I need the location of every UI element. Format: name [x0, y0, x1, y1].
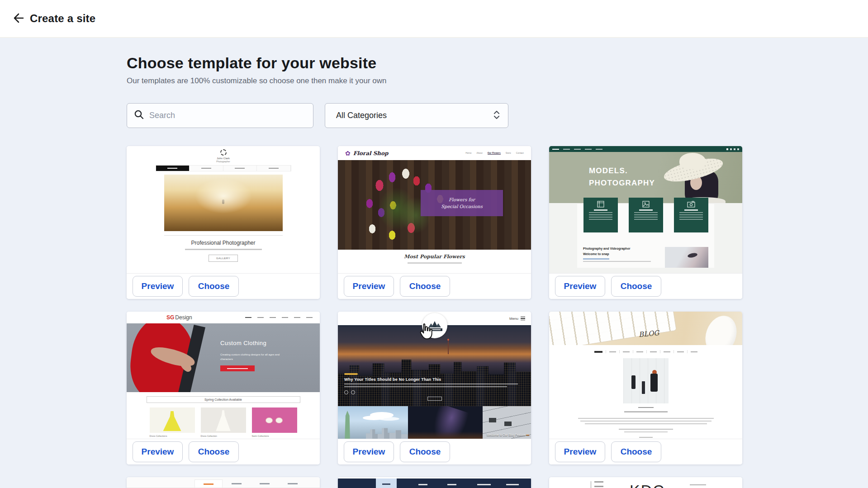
- mini-kicker-bar: [344, 373, 358, 375]
- app-header: Create a site: [0, 0, 868, 38]
- preview-button[interactable]: Preview: [555, 276, 605, 297]
- mini-thumb-caption: Welcome to Our Blog Feature •••: [486, 433, 529, 436]
- card-footer: Preview Choose: [338, 439, 531, 464]
- mini-feature-cards: [549, 198, 742, 232]
- card-footer: Preview Choose: [127, 273, 320, 299]
- search-icon: [134, 109, 144, 122]
- template-card-photographer: John Clark Photographer Professional Pho…: [127, 146, 320, 299]
- search-box[interactable]: [127, 103, 313, 128]
- mini-social-icons: [726, 148, 739, 150]
- template-thumbnail-kdc: KDC: [549, 477, 742, 488]
- makeup-face-photo: [665, 247, 708, 268]
- white-dress-photo: [201, 407, 246, 433]
- back-button[interactable]: [7, 8, 28, 29]
- mini-promo-bar: Spring Collection Available: [147, 396, 300, 403]
- mini-gallery-button: GALLERY: [209, 255, 238, 262]
- choose-button[interactable]: Choose: [400, 276, 450, 297]
- feature-card-video: [583, 198, 618, 232]
- category-dropdown[interactable]: All Categories: [325, 103, 508, 128]
- mini-heading: Professional Photographer: [127, 240, 320, 246]
- yellow-dress-photo: [150, 407, 195, 433]
- choose-button[interactable]: Choose: [611, 441, 661, 462]
- placeholder-text-bar: [185, 249, 262, 250]
- mini-section-title: Most Popular Flowers: [338, 254, 531, 260]
- choose-button[interactable]: Choose: [189, 441, 239, 462]
- mini-hero-title: Why Your Titles Should be No Longer Than…: [344, 377, 518, 382]
- flower-logo-icon: ✿: [345, 150, 351, 156]
- main-heading: Choose template for your website: [127, 54, 387, 72]
- mini-navbar: [338, 479, 531, 488]
- template-card-sg-design: SGDesign Custom Clothing Creating custom…: [127, 312, 320, 464]
- template-thumbnail-models: MODELS. PHOTOGRAPHY: [549, 146, 742, 273]
- template-card-floral-shop: ✿ Floral Shop Home About Our Flowers Sto…: [338, 146, 531, 299]
- template-card-navy-portfolio: [338, 477, 531, 488]
- mini-menu: Menu: [509, 317, 525, 321]
- site-logo-text: John Clark: [127, 157, 320, 160]
- template-thumbnail-floral: ✿ Floral Shop Home About Our Flowers Sto…: [338, 146, 531, 273]
- mini-hero-banner: Flowers for Special Occasions: [421, 190, 503, 216]
- preview-button[interactable]: Preview: [133, 276, 183, 297]
- search-input[interactable]: [149, 111, 306, 120]
- card-footer: Preview Choose: [549, 439, 742, 464]
- card-footer: Preview Choose: [338, 273, 531, 299]
- mini-product-row: Dress Collections Dress Collection Swim …: [127, 407, 320, 437]
- template-card-blog-keyboard: BLOG Preview Choose: [549, 312, 742, 464]
- mini-site-title: KDC: [630, 482, 665, 488]
- feature-card-images: [629, 198, 663, 232]
- template-card-models-photography: MODELS. PHOTOGRAPHY: [549, 146, 742, 299]
- mini-brand: SGDesign: [166, 314, 192, 321]
- template-thumbnail-blog: BLOG: [549, 312, 742, 439]
- mini-outline-button: [427, 397, 442, 401]
- night-sky-photo: [408, 406, 483, 439]
- mini-hero-title: MODELS. PHOTOGRAPHY: [589, 165, 655, 189]
- aperture-logo-icon: [220, 149, 227, 156]
- site-logo-subtext: Photographer: [127, 160, 320, 163]
- template-thumbnail-sg-design: SGDesign Custom Clothing Creating custom…: [127, 312, 320, 439]
- mini-navbar: [549, 350, 742, 353]
- preview-button[interactable]: Preview: [555, 441, 605, 462]
- keyboard-desk-photo: BLOG: [549, 312, 742, 345]
- swimwear-photo: [252, 407, 297, 433]
- category-selected-value: All Categories: [336, 111, 387, 120]
- mini-thumbnail-row: Welcome to Our Blog Feature •••: [338, 406, 531, 439]
- sunset-field-photo: [164, 175, 283, 231]
- ski-lift-photo: Welcome to Our Blog Feature •••: [483, 406, 531, 439]
- choose-button[interactable]: Choose: [400, 441, 450, 462]
- choose-button[interactable]: Choose: [611, 276, 661, 297]
- mini-hero-title: Custom Clothing: [220, 340, 288, 346]
- preview-button[interactable]: Preview: [344, 276, 394, 297]
- mini-red-button: [220, 365, 255, 371]
- mountain-badge-logo: [422, 313, 447, 338]
- mini-navbar: Home About Our Flowers Store Contact: [465, 152, 524, 155]
- feature-card-photography: [674, 198, 708, 232]
- template-card-tabbed-site: [127, 477, 320, 488]
- mini-navbar: [549, 146, 742, 152]
- mini-brand: Floral Shop: [353, 150, 389, 156]
- select-stepper-icon: [492, 109, 501, 123]
- office-people-photo: [623, 358, 669, 403]
- template-card-travel-blog: Menu Why Your Titles Should be No Longer…: [338, 312, 531, 464]
- mini-navbar: [245, 317, 313, 318]
- page-head: Choose template for your website Our tem…: [127, 54, 387, 85]
- filters-row: All Categories: [127, 103, 508, 128]
- model-hat-photo: MODELS. PHOTOGRAPHY: [549, 152, 742, 203]
- mini-side-menu: [591, 481, 603, 488]
- mini-tab-bar: [127, 477, 320, 488]
- hamburger-icon: [521, 317, 525, 321]
- mini-hero-word: BLOG: [638, 329, 659, 339]
- template-thumbnail-navy: [338, 477, 531, 488]
- arrow-left-icon: [11, 11, 24, 26]
- placeholder-text-bar: [408, 262, 462, 264]
- carousel-arrows: [344, 390, 518, 394]
- main-subheading: Our templates are 100% customizable so c…: [127, 76, 387, 85]
- mini-navbar: [156, 165, 291, 171]
- choose-button[interactable]: Choose: [189, 276, 239, 297]
- preview-button[interactable]: Preview: [344, 441, 394, 462]
- mouse-photo: [700, 312, 742, 345]
- template-thumbnail-travel-blog: Menu Why Your Titles Should be No Longer…: [338, 312, 531, 439]
- template-thumbnail-photographer: John Clark Photographer Professional Pho…: [127, 146, 320, 273]
- preview-button[interactable]: Preview: [133, 441, 183, 462]
- page-title: Create a site: [30, 12, 95, 25]
- red-dress-photo: Custom Clothing Creating custom clothing…: [127, 323, 320, 392]
- mini-hero-subtitle: Creating custom clothing designs for all…: [220, 352, 288, 361]
